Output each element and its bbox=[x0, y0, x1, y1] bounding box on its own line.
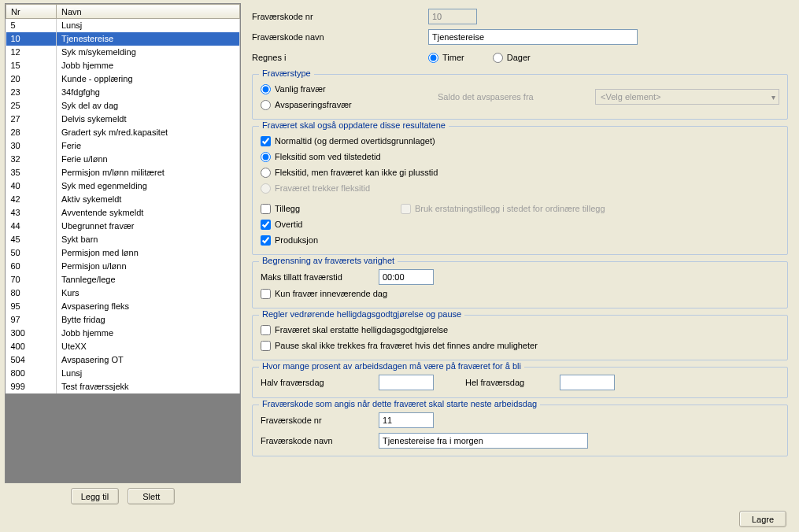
table-row[interactable]: 40Syk med egenmelding bbox=[6, 179, 240, 193]
table-row[interactable]: 60Permisjon u/lønn bbox=[6, 260, 240, 273]
table-row[interactable]: 32Ferie u/lønn bbox=[6, 153, 240, 166]
check-kun-dag[interactable]: Kun fravær inneværende dag bbox=[261, 286, 387, 301]
label-neste-navn: Fraværskode navn bbox=[261, 436, 379, 445]
table-row[interactable]: 42Aktiv sykemeldt bbox=[6, 193, 240, 206]
group-prosent: Hvor mange prosent av arbeidsdagen må væ… bbox=[252, 367, 788, 398]
cell-navn: Permisjon m/lønn militæret bbox=[57, 166, 240, 179]
cell-navn: UteXX bbox=[57, 340, 240, 353]
cell-nr: 60 bbox=[6, 260, 57, 273]
check-tillegg[interactable]: Tillegg bbox=[261, 201, 387, 216]
grid-header-navn[interactable]: Navn bbox=[57, 5, 240, 19]
table-row[interactable]: 12Syk m/sykemelding bbox=[6, 46, 240, 59]
cell-nr: 28 bbox=[6, 126, 57, 139]
cell-navn: Tjenestereise bbox=[57, 32, 240, 46]
cell-nr: 80 bbox=[6, 286, 57, 300]
cell-navn: Ubegrunnet fravær bbox=[57, 220, 240, 233]
cell-nr: 504 bbox=[6, 353, 57, 367]
cell-navn: Jobb hjemme bbox=[57, 59, 240, 72]
table-row[interactable]: 25Syk del av dag bbox=[6, 99, 240, 113]
check-normaltid[interactable]: Normaltid (og dermed overtidsgrunnlaget) bbox=[261, 133, 435, 149]
group-fravaerstype: Fraværstype Vanlig fravær Avspaseringsfr… bbox=[252, 74, 788, 120]
cell-navn: Avspasering OT bbox=[57, 353, 240, 367]
cell-navn: Lunsj bbox=[57, 19, 240, 32]
cell-nr: 27 bbox=[6, 113, 57, 126]
table-row[interactable]: 44Ubegrunnet fravær bbox=[6, 220, 240, 233]
save-button[interactable]: Lagre bbox=[739, 511, 786, 527]
absence-code-grid[interactable]: Nr Navn 5Lunsj10Tjenestereise12Syk m/syk… bbox=[5, 3, 241, 483]
radio-dager[interactable]: Dager bbox=[493, 50, 531, 65]
hel-dag-input[interactable] bbox=[560, 375, 615, 390]
table-row[interactable]: 35Permisjon m/lønn militæret bbox=[6, 166, 240, 179]
radio-avspaseringsfravaer[interactable]: Avspaseringsfravær bbox=[261, 97, 352, 113]
table-row[interactable]: 2334fdgfghg bbox=[6, 86, 240, 99]
cell-nr: 25 bbox=[6, 99, 57, 113]
table-row[interactable]: 45Sykt barn bbox=[6, 233, 240, 246]
table-row[interactable]: 30Ferie bbox=[6, 139, 240, 153]
table-row[interactable]: 28Gradert syk m/red.kapasitet bbox=[6, 126, 240, 139]
check-erstatningstillegg: Bruk erstatningstillegg i stedet for ord… bbox=[401, 201, 605, 216]
kode-navn-input[interactable] bbox=[428, 29, 638, 45]
grid-header-nr[interactable]: Nr bbox=[6, 5, 57, 19]
table-row[interactable]: 800Lunsj bbox=[6, 367, 240, 380]
cell-navn: Syk del av dag bbox=[57, 99, 240, 113]
table-row[interactable]: 999Test fraværssjekk bbox=[6, 380, 240, 393]
radio-flex-tilstede[interactable]: Fleksitid som ved tilstedetid bbox=[261, 149, 381, 164]
cell-navn: Test fraværssjekk bbox=[57, 380, 240, 393]
label-kode-navn: Fraværskode navn bbox=[252, 32, 428, 42]
check-pause-ikke-trekkes[interactable]: Pause skal ikke trekkes fra fraværet hvi… bbox=[261, 338, 538, 353]
table-row[interactable]: 80Kurs bbox=[6, 286, 240, 300]
table-row[interactable]: 97Bytte fridag bbox=[6, 313, 240, 327]
halv-dag-input[interactable] bbox=[379, 375, 434, 390]
cell-navn: Jobb hjemme bbox=[57, 327, 240, 340]
table-row[interactable]: 400UteXX bbox=[6, 340, 240, 353]
cell-nr: 800 bbox=[6, 367, 57, 380]
table-row[interactable]: 300Jobb hjemme bbox=[6, 327, 240, 340]
cell-navn: Bytte fridag bbox=[57, 313, 240, 327]
check-produksjon[interactable]: Produksjon bbox=[261, 232, 318, 248]
table-row[interactable]: 70Tannlege/lege bbox=[6, 273, 240, 286]
table-row[interactable]: 20Kunde - opplæring bbox=[6, 72, 240, 86]
radio-timer[interactable]: Timer bbox=[428, 50, 464, 65]
check-erstatte-helligdag[interactable]: Fraværet skal erstatte helligdagsgodtgjø… bbox=[261, 322, 448, 338]
neste-navn-input[interactable] bbox=[379, 433, 588, 449]
label-saldo: Saldo det avspaseres fra bbox=[438, 92, 595, 102]
cell-navn: Avspasering fleks bbox=[57, 300, 240, 313]
table-row[interactable]: 43Avventende sykmeldt bbox=[6, 206, 240, 220]
neste-nr-input[interactable] bbox=[379, 412, 434, 428]
delete-button[interactable]: Slett bbox=[128, 488, 175, 504]
cell-nr: 10 bbox=[6, 32, 57, 46]
radio-vanlig-fravaer[interactable]: Vanlig fravær bbox=[261, 81, 326, 97]
label-neste-nr: Fraværskode nr bbox=[261, 416, 379, 425]
label-halv-dag: Halv fraværsdag bbox=[261, 378, 379, 387]
table-row[interactable]: 10Tjenestereise bbox=[6, 32, 240, 46]
cell-nr: 30 bbox=[6, 139, 57, 153]
cell-navn: Syk med egenmelding bbox=[57, 179, 240, 193]
cell-nr: 95 bbox=[6, 300, 57, 313]
label-regnes-i: Regnes i bbox=[252, 53, 428, 62]
table-row[interactable]: 504Avspasering OT bbox=[6, 353, 240, 367]
add-button[interactable]: Legg til bbox=[71, 488, 119, 504]
table-row[interactable]: 27Delvis sykemeldt bbox=[6, 113, 240, 126]
cell-nr: 12 bbox=[6, 46, 57, 59]
check-overtid[interactable]: Overtid bbox=[261, 216, 302, 232]
table-row[interactable]: 5Lunsj bbox=[6, 19, 240, 32]
cell-nr: 15 bbox=[6, 59, 57, 72]
radio-flex-ikkepluss[interactable]: Fleksitid, men fraværet kan ikke gi plus… bbox=[261, 164, 438, 180]
cell-nr: 999 bbox=[6, 380, 57, 393]
label-hel-dag: Hel fraværsdag bbox=[465, 378, 560, 387]
cell-navn: Avventende sykmeldt bbox=[57, 206, 240, 220]
cell-navn: Lunsj bbox=[57, 367, 240, 380]
label-kode-nr: Fraværskode nr bbox=[252, 12, 428, 21]
cell-navn: Permisjon med lønn bbox=[57, 246, 240, 260]
table-row[interactable]: 95Avspasering fleks bbox=[6, 300, 240, 313]
maks-fravaer-input[interactable] bbox=[379, 269, 434, 285]
cell-nr: 32 bbox=[6, 153, 57, 166]
group-helligdag-pause: Regler vedrørende helligdagsgodtgjørelse… bbox=[252, 315, 788, 360]
table-row[interactable]: 50Permisjon med lønn bbox=[6, 246, 240, 260]
cell-nr: 40 bbox=[6, 179, 57, 193]
cell-nr: 50 bbox=[6, 246, 57, 260]
cell-navn: Kurs bbox=[57, 286, 240, 300]
table-row[interactable]: 15Jobb hjemme bbox=[6, 59, 240, 72]
cell-navn: Ferie bbox=[57, 139, 240, 153]
cell-navn: Kunde - opplæring bbox=[57, 72, 240, 86]
